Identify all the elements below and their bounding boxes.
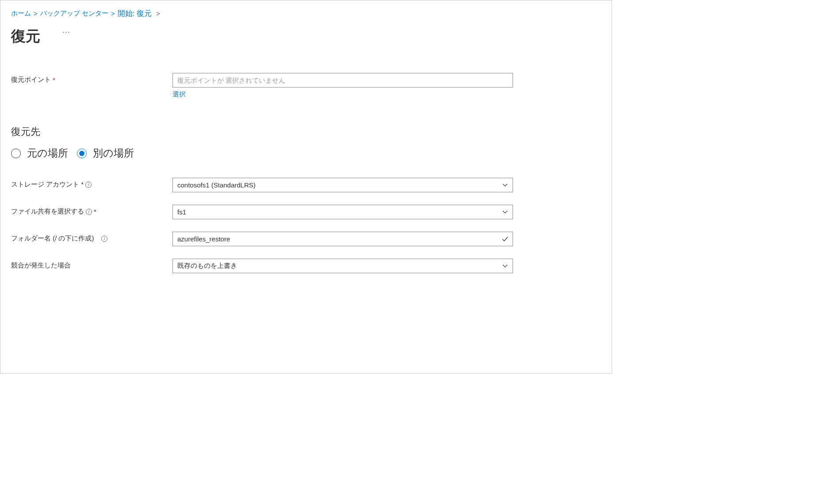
- folder-name-label: フォルダー名 (/ の下に作成) i: [11, 232, 172, 243]
- storage-account-dropdown[interactable]: contosofs1 (StandardLRS): [172, 178, 513, 192]
- file-share-value: fs1: [177, 208, 186, 216]
- info-icon[interactable]: i: [86, 209, 92, 215]
- chevron-down-icon: [502, 209, 508, 215]
- page-title: 復元: [11, 27, 40, 46]
- conflict-value: 既存のものを上書き: [177, 262, 237, 270]
- folder-name-value: azurefiles_restore: [177, 235, 230, 243]
- more-icon[interactable]: ···: [62, 27, 70, 37]
- info-icon[interactable]: i: [85, 182, 92, 188]
- file-share-label: ファイル共有を選択する i *: [11, 205, 172, 216]
- chevron-down-icon: [502, 182, 508, 188]
- conflict-label: 競合が発生した場合: [11, 259, 172, 270]
- breadcrumb-current: 開始: 復元: [118, 8, 152, 19]
- info-icon[interactable]: i: [101, 236, 107, 242]
- breadcrumb: ホーム > バックアップ センター > 開始: 復元 >: [11, 8, 601, 19]
- radio-original-location[interactable]: 元の場所: [11, 146, 68, 160]
- restore-point-label: 復元ポイント *: [11, 73, 172, 84]
- location-radio-group: 元の場所 別の場所: [11, 146, 601, 160]
- file-share-dropdown[interactable]: fs1: [172, 205, 513, 219]
- radio-circle-selected-icon: [77, 149, 87, 158]
- required-indicator: *: [53, 76, 55, 84]
- radio-alternate-location[interactable]: 別の場所: [77, 146, 134, 160]
- folder-name-input[interactable]: azurefiles_restore: [172, 232, 513, 246]
- storage-account-label: ストレージ アカウント * i: [11, 178, 172, 189]
- storage-account-value: contosofs1 (StandardLRS): [177, 181, 256, 189]
- checkmark-icon: [502, 236, 508, 242]
- breadcrumb-separator: >: [111, 10, 115, 17]
- destination-heading: 復元先: [11, 125, 601, 138]
- radio-label-original: 元の場所: [27, 146, 68, 160]
- chevron-right-icon: >: [156, 10, 160, 17]
- restore-point-input[interactable]: [172, 73, 513, 88]
- breadcrumb-separator: >: [34, 10, 38, 17]
- conflict-dropdown[interactable]: 既存のものを上書き: [172, 259, 513, 273]
- select-link[interactable]: 選択: [172, 90, 186, 99]
- required-indicator: *: [94, 208, 96, 215]
- radio-label-alternate: 別の場所: [93, 146, 134, 160]
- breadcrumb-backup-center[interactable]: バックアップ センター: [40, 9, 108, 18]
- radio-circle-icon: [11, 149, 21, 158]
- chevron-down-icon: [502, 263, 508, 269]
- breadcrumb-home[interactable]: ホーム: [11, 9, 31, 18]
